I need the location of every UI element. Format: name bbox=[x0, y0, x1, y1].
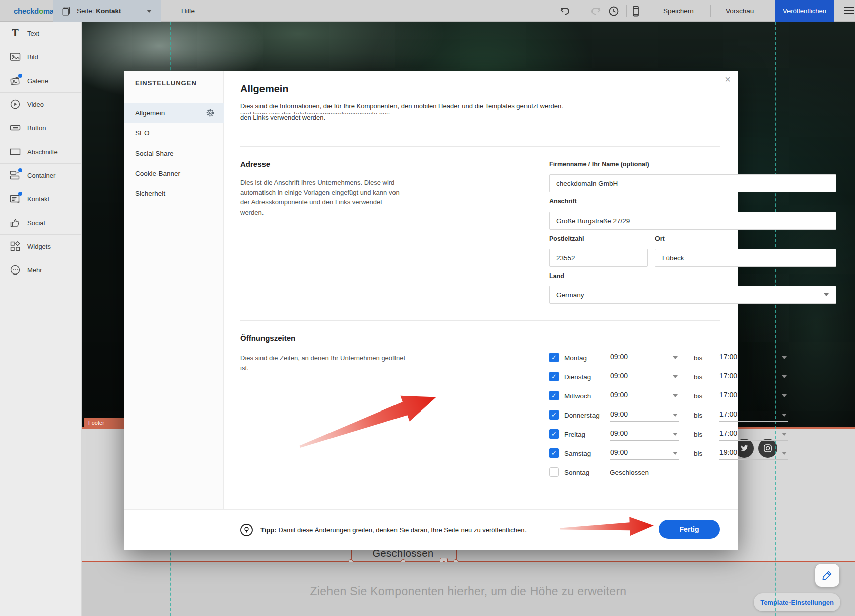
logo-o: o bbox=[39, 7, 43, 15]
sidebar-item-social[interactable]: Social bbox=[0, 211, 81, 235]
day-row-donnerstag: ✓Donnerstag09:00bis17:00 bbox=[549, 406, 790, 425]
bis-label: bis bbox=[694, 412, 702, 419]
checkbox-checked[interactable]: ✓ bbox=[549, 448, 559, 458]
chevron-down-icon bbox=[782, 433, 787, 436]
settings-content: Allgemein Dies sind die Informationen, d… bbox=[240, 71, 720, 509]
toolbar-separator bbox=[650, 5, 650, 17]
container-icon bbox=[10, 170, 21, 181]
nav-item-allgemein[interactable]: Allgemein bbox=[124, 103, 224, 123]
toolbar-separator bbox=[626, 5, 627, 17]
modal-description-line2: den Links verwendet werden. bbox=[240, 114, 325, 121]
time-to-select[interactable]: 17:00 bbox=[719, 351, 788, 364]
sidebar-item-label: Mehr bbox=[27, 266, 42, 274]
time-value: 09:00 bbox=[610, 353, 628, 361]
more-icon bbox=[10, 264, 21, 276]
divider bbox=[240, 146, 720, 147]
time-from-select[interactable]: 09:00 bbox=[610, 427, 679, 441]
publish-button[interactable]: Veröffentlichen bbox=[775, 0, 834, 22]
chevron-down-icon bbox=[782, 414, 787, 417]
new-badge-dot bbox=[18, 74, 22, 78]
chevron-down-icon bbox=[673, 414, 678, 417]
modal-title: Allgemein bbox=[240, 83, 289, 95]
settings-nav-title: EINSTELLUNGEN bbox=[135, 79, 197, 87]
sidebar-item-container[interactable]: Container bbox=[0, 164, 81, 187]
city-field[interactable] bbox=[655, 249, 836, 267]
layout-guide-right bbox=[775, 22, 776, 616]
city-label: Ort bbox=[655, 235, 665, 242]
time-to-select[interactable]: 17:00 bbox=[719, 389, 788, 402]
checkbox-checked[interactable]: ✓ bbox=[549, 410, 559, 420]
help-button[interactable]: Hilfe bbox=[181, 7, 195, 15]
chevron-down-icon bbox=[673, 452, 678, 455]
address-section-title: Adresse bbox=[240, 160, 270, 168]
time-from-select[interactable]: 09:00 bbox=[610, 446, 679, 460]
zip-field[interactable] bbox=[549, 249, 648, 267]
time-from-select[interactable]: 09:00 bbox=[610, 351, 679, 364]
nav-item-seo[interactable]: SEO bbox=[124, 123, 224, 143]
company-name-field[interactable] bbox=[549, 174, 836, 192]
day-label: Montag bbox=[564, 354, 587, 362]
time-from-select[interactable]: 09:00 bbox=[610, 389, 679, 402]
chevron-down-icon bbox=[782, 394, 787, 397]
page-selector-dropdown[interactable]: Seite: Kontakt bbox=[53, 0, 161, 22]
time-from-select[interactable]: 09:00 bbox=[610, 370, 679, 383]
history-icon[interactable] bbox=[608, 5, 620, 17]
template-settings-button[interactable]: Template-Einstellungen bbox=[754, 593, 840, 611]
nav-item-cookie-banner[interactable]: Cookie-Banner bbox=[124, 163, 224, 183]
day-row-mittwoch: ✓Mittwoch09:00bis17:00 bbox=[549, 387, 790, 406]
preview-button[interactable]: Vorschau bbox=[726, 7, 754, 15]
sidebar-item-widgets[interactable]: Widgets bbox=[0, 235, 81, 258]
sidebar-item-video[interactable]: Video bbox=[0, 93, 81, 116]
checkbox-unchecked[interactable] bbox=[549, 467, 559, 477]
mobile-preview-icon[interactable] bbox=[630, 5, 642, 17]
sidebar-item-kontakt[interactable]: Kontakt bbox=[0, 187, 81, 211]
sidebar-item-abschnitte[interactable]: Abschnitte bbox=[0, 140, 81, 164]
hours-section-description: Dies sind die Zeiten, an denen Ihr Unter… bbox=[240, 353, 407, 373]
day-label: Donnerstag bbox=[564, 412, 600, 419]
sidebar-item-button[interactable]: Button bbox=[0, 116, 81, 140]
hours-section-title: Öffnungszeiten bbox=[240, 334, 295, 343]
video-play-icon bbox=[10, 99, 21, 110]
section-icon bbox=[10, 146, 21, 157]
time-to-select[interactable]: 17:00 bbox=[719, 427, 788, 441]
street-label: Anschrift bbox=[549, 198, 577, 205]
page-prefix: Seite: bbox=[77, 7, 94, 15]
contact-card-icon bbox=[10, 193, 21, 204]
sidebar-item-galerie[interactable]: Galerie bbox=[0, 69, 81, 93]
day-row-samstag: ✓Samstag09:00bis19:00 bbox=[549, 444, 790, 463]
nav-item-social-share[interactable]: Social Share bbox=[124, 143, 224, 163]
time-to-select[interactable]: 17:00 bbox=[719, 370, 788, 383]
settings-nav: EINSTELLUNGEN Allgemein SEO Social Share… bbox=[124, 71, 224, 550]
chevron-down-icon bbox=[824, 293, 829, 296]
design-tools-button[interactable] bbox=[815, 564, 839, 587]
time-from-select[interactable]: 09:00 bbox=[610, 408, 679, 422]
sidebar-item-bild[interactable]: Bild bbox=[0, 45, 81, 69]
sidebar-item-mehr[interactable]: Mehr bbox=[0, 258, 81, 282]
time-value: 17:00 bbox=[719, 372, 737, 380]
street-field[interactable] bbox=[549, 212, 836, 230]
sidebar-item-text[interactable]: T Text bbox=[0, 22, 81, 45]
save-button[interactable]: Speichern bbox=[663, 7, 694, 15]
day-label: Dienstag bbox=[564, 373, 591, 381]
checkbox-checked[interactable]: ✓ bbox=[549, 391, 559, 400]
sidebar-item-label: Bild bbox=[27, 53, 38, 61]
menu-icon[interactable] bbox=[844, 7, 854, 15]
checkbox-checked[interactable]: ✓ bbox=[549, 353, 559, 362]
close-icon[interactable]: × bbox=[725, 74, 731, 84]
gear-icon bbox=[206, 108, 215, 117]
country-select[interactable]: Germany bbox=[549, 286, 836, 304]
checkbox-checked[interactable]: ✓ bbox=[549, 429, 559, 439]
toolbar-separator bbox=[578, 5, 578, 17]
day-label: Mittwoch bbox=[564, 392, 591, 400]
nav-item-sicherheit[interactable]: Sicherheit bbox=[124, 183, 224, 203]
checkbox-checked[interactable]: ✓ bbox=[549, 372, 559, 381]
undo-icon[interactable] bbox=[559, 5, 571, 17]
time-value: 09:00 bbox=[610, 410, 628, 418]
time-to-select[interactable]: 17:00 bbox=[719, 408, 788, 422]
done-button[interactable]: Fertig bbox=[659, 520, 720, 539]
redo-icon bbox=[589, 5, 602, 17]
chevron-down-icon bbox=[673, 433, 678, 436]
modal-footer: Tipp:Damit diese Änderungen greifen, den… bbox=[124, 509, 738, 550]
time-to-select[interactable]: 19:00 bbox=[719, 446, 788, 460]
company-name-label: Firmenname / Ihr Name (optional) bbox=[549, 161, 649, 168]
